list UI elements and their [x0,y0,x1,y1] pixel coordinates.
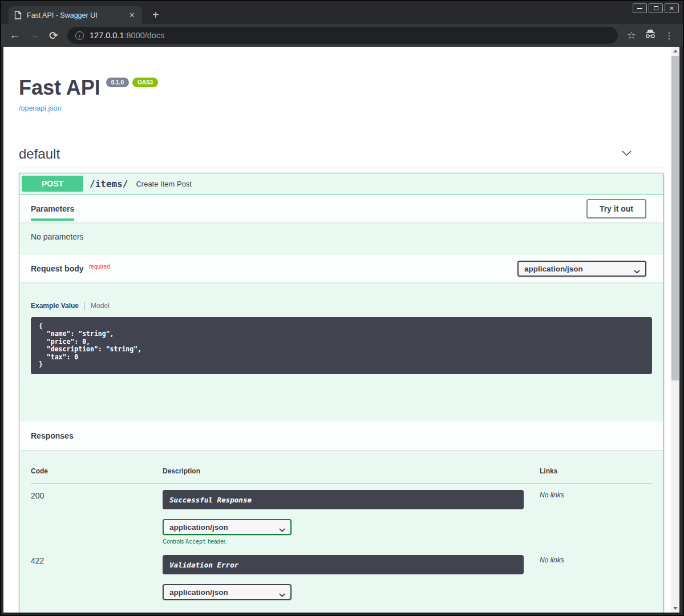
scroll-down-icon [673,607,678,610]
scroll-up-icon [673,50,678,52]
titlebar: Fast API - Swagger UI ✕ + ✕ [1,1,683,24]
method-badge: POST [22,176,83,192]
response-media-type-select[interactable]: application/json [163,584,292,600]
url-host: 127.0.0.1 [90,31,124,40]
example-model-tabs: Example Value Model [163,612,524,614]
tab-parameters[interactable]: Parameters [31,204,74,213]
request-body-label-row: Request body required [31,264,110,274]
response-media-type-row: application/json Controls Accept header. [163,519,524,545]
maximize-icon [654,6,658,10]
badges: 0.1.0 OAS3 [106,78,158,87]
tag-section-header[interactable]: default [19,146,664,168]
tab-model[interactable]: Model [222,612,241,614]
address-bar[interactable]: i 127.0.0.1:8000/docs [67,27,618,44]
openapi-link[interactable]: /openapi.json [19,104,61,112]
chevron-down-icon [634,267,640,275]
back-button[interactable]: ← [7,27,23,43]
minimize-icon [637,8,642,9]
version-badge: 0.1.0 [106,78,129,87]
response-media-type-value: application/json [169,588,228,597]
oas3-badge: OAS3 [132,78,158,87]
browser-menu-icon[interactable]: ⋮ [665,30,674,41]
tab-model[interactable]: Model [91,302,110,310]
url-path: :8000/docs [124,31,164,40]
maximize-button[interactable] [649,3,663,13]
tab-title: Fast API - Swagger UI [27,11,123,19]
no-parameters-text: No parameters [31,232,84,241]
new-tab-button[interactable]: + [152,9,159,21]
tab-divider [216,613,217,614]
page-viewport: Fast API 0.1.0 OAS3 /openapi.json defaul… [2,47,682,614]
swagger-page: Fast API 0.1.0 OAS3 /openapi.json defaul… [3,76,671,614]
tab-example-value[interactable]: Example Value [31,302,79,310]
responses-table-head: Code Description Links [31,467,652,484]
request-body-content: Example Value Model { "name": "string", … [19,282,663,422]
response-row-200: 200 Successful Response application/json [31,484,652,545]
bookmark-star-icon[interactable]: ☆ [627,29,636,42]
parameters-header: Parameters Try it out [19,194,663,222]
chevron-down-icon [279,590,285,599]
scroll-down-button[interactable] [671,604,679,613]
column-links: Links [524,467,652,475]
response-description-cell: Validation Error application/json [163,555,524,614]
scrollbar-thumb[interactable] [671,56,679,380]
example-code-block[interactable]: { "name": "string", "price": 0, "descrip… [31,317,652,374]
endpoint-path: /items/ [90,179,128,189]
response-row-422: 422 Validation Error application/json [31,549,652,614]
toolbar-actions: ☆ ⋮ [624,29,677,42]
accept-note-prefix: Controls [163,538,185,545]
try-it-out-button[interactable]: Try it out [586,199,646,218]
response-links: No links [524,490,652,545]
response-links: No links [524,555,652,614]
incognito-icon [644,29,657,42]
page-title-row: Fast API 0.1.0 OAS3 [19,76,664,99]
request-body-label: Request body [31,264,84,273]
tab-close-icon[interactable]: ✕ [128,11,136,19]
response-description-cell: Successful Response application/json Con… [163,490,524,545]
response-code: 422 [31,555,163,614]
scroll-up-button[interactable] [671,47,679,55]
browser-tab[interactable]: Fast API - Swagger UI ✕ [9,6,142,24]
minimize-button[interactable] [633,3,647,13]
site-info-icon[interactable]: i [75,31,84,40]
page-scrollbar[interactable] [671,47,679,613]
chevron-down-icon [279,525,285,534]
window-controls: ✕ [633,3,679,13]
tab-divider [84,302,85,310]
browser-toolbar: ← → ⟳ i 127.0.0.1:8000/docs ☆ ⋮ [1,24,683,47]
column-code: Code [31,467,163,475]
accept-note-code: Accept [185,538,206,545]
response-description: Validation Error [163,555,524,574]
browser-window: Fast API - Swagger UI ✕ + ✕ ← → ⟳ i 127.… [0,0,684,616]
chevron-down-icon[interactable] [621,147,633,161]
section-title: default [19,146,60,162]
reload-button[interactable]: ⟳ [46,27,62,43]
response-description: Successful Response [163,490,524,509]
response-media-type-row: application/json [163,584,524,600]
accept-header-note: Controls Accept header. [163,538,524,545]
response-code: 200 [31,490,163,545]
forward-button: → [26,27,42,43]
responses-title: Responses [31,431,74,440]
responses-table: Code Description Links 200 Successful Re… [19,450,663,614]
close-button[interactable]: ✕ [665,3,679,13]
accept-note-suffix: header. [206,538,226,545]
opblock-post-items: POST /items/ Create Item Post Parameters… [19,173,664,614]
document-icon [14,11,22,19]
api-info: Fast API 0.1.0 OAS3 /openapi.json [19,76,664,113]
request-media-type-select[interactable]: application/json [517,261,646,277]
responses-header: Responses [19,422,663,450]
endpoint-summary: Create Item Post [136,180,192,188]
request-body-header: Request body required application/json [19,255,663,282]
url-text[interactable]: 127.0.0.1:8000/docs [90,31,164,40]
api-title: Fast API [19,76,100,99]
response-media-type-value: application/json [169,523,228,532]
response-media-type-select[interactable]: application/json [163,519,292,535]
spec-link-row: /openapi.json [19,103,664,113]
request-media-type-value: application/json [524,265,583,273]
example-model-tabs: Example Value Model [31,302,652,310]
operation-summary[interactable]: POST /items/ Create Item Post [19,173,663,194]
parameters-body: No parameters [19,222,663,255]
required-label: required [89,264,110,270]
tab-example-value[interactable]: Example Value [163,612,211,614]
